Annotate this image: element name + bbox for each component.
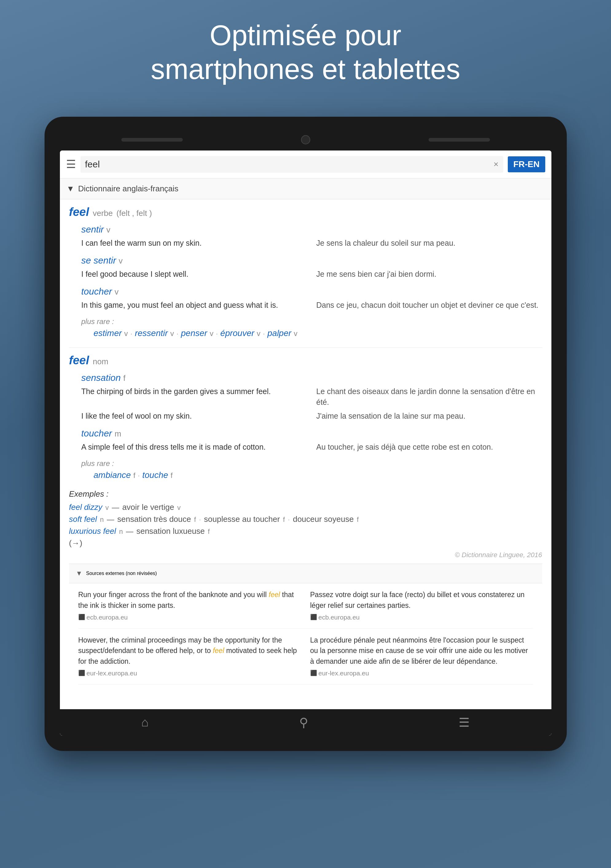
- compound-feel-dizzy: feel dizzy v — avoir le vertige v: [69, 502, 542, 512]
- comp-soft-feel-trans3: douceur soyeuse: [293, 515, 354, 524]
- syn-ressentir-pos: v: [170, 329, 174, 338]
- source-link-text-fr-1: ecb.europa.eu: [319, 612, 360, 622]
- comp-feel-dizzy-dash: —: [112, 503, 119, 512]
- ext-sources-header[interactable]: ▼ Sources externes (non révisées): [69, 564, 542, 583]
- dict-section-header[interactable]: ▼ Dictionnaire anglais-français: [60, 178, 551, 199]
- source-fr-text-1: Passez votre doigt sur la face (recto) d…: [310, 591, 525, 609]
- source-link-en-1[interactable]: ⬛ ecb.europa.eu: [78, 612, 301, 622]
- headword-line-verb: feel verbe (felt , felt ): [69, 206, 542, 219]
- nav-home-icon[interactable]: ⌂: [141, 715, 149, 729]
- comp-soft-feel-gender1: f: [194, 516, 196, 524]
- ext-sources-triangle[interactable]: ▼: [76, 569, 83, 577]
- comp-feel-dizzy-trans-pos: v: [177, 504, 181, 512]
- dot5: ·: [138, 471, 140, 480]
- example-en-sensation-1: The chirping of birds in the garden give…: [81, 386, 307, 408]
- nav-bookmarks-icon[interactable]: ☰: [459, 715, 470, 730]
- entry-separator: [69, 347, 542, 348]
- ext-sources-content: Run your finger across the front of the …: [69, 583, 542, 697]
- source-link-en-2[interactable]: ⬛ eur-lex.europa.eu: [78, 668, 301, 678]
- speaker-left: [121, 138, 183, 142]
- language-badge[interactable]: FR-EN: [508, 157, 545, 172]
- example-fr-toucher-m: Au toucher, je sais déjà que cette robe …: [316, 442, 542, 453]
- clear-icon[interactable]: ×: [494, 160, 499, 169]
- syn-palper[interactable]: palper: [268, 329, 292, 338]
- trans-group-toucher-v: toucher v In this game, you must feel an…: [81, 286, 542, 310]
- syn-ambiance[interactable]: ambiance: [94, 470, 131, 480]
- collapse-icon[interactable]: ▼: [67, 184, 74, 194]
- example-en-sentir: I can feel the warm sun on my skin.: [81, 238, 307, 248]
- comp-feel-dizzy-word[interactable]: feel dizzy: [69, 502, 102, 512]
- dot4: ·: [263, 329, 265, 338]
- source-link-text-fr-2: eur-lex.europa.eu: [319, 668, 369, 678]
- dict-section-label: Dictionnaire anglais-français: [78, 184, 178, 194]
- bottom-nav: ⌂ ⚲ ☰: [60, 709, 551, 736]
- pos-verb: verbe: [93, 209, 113, 218]
- trans-word-sentir: sentir v: [81, 224, 542, 235]
- source-link-fr-icon-2: ⬛: [310, 669, 317, 677]
- syn-ressentir[interactable]: ressentir: [135, 329, 168, 338]
- syn-eprouver[interactable]: éprouver: [220, 329, 254, 338]
- trans-pos-toucher-v: v: [115, 287, 119, 296]
- source-col-fr-1: Passez votre doigt sur la face (recto) d…: [310, 589, 533, 622]
- dict-content: feel verbe (felt , felt ) sentir v I can…: [60, 199, 551, 703]
- syn-palper-pos: v: [294, 329, 297, 338]
- syn-eprouver-pos: v: [257, 329, 261, 338]
- plus-rare-verb-group: plus rare : estimer v · ressentir v · pe…: [81, 317, 542, 338]
- synonyms-verb-line: estimer v · ressentir v · penser v · épr…: [94, 329, 542, 338]
- example-fr-sensation-1: Le chant des oiseaux dans le jardin donn…: [316, 386, 542, 408]
- trans-group-se-sentir: se sentir v I feel good because I slept …: [81, 255, 542, 279]
- source-col-en-2: However, the criminal proceedings may be…: [78, 635, 301, 678]
- trans-pos-se-sentir: v: [119, 256, 123, 265]
- comp-feel-dizzy-pos: v: [105, 504, 109, 512]
- comp-luxurious-word[interactable]: luxurious feel: [69, 527, 116, 536]
- source-link-text-en-2: eur-lex.europa.eu: [87, 668, 137, 678]
- trans-group-sentir: sentir v I can feel the warm sun on my s…: [81, 224, 542, 248]
- source-col-en-1: Run your finger across the front of the …: [78, 589, 301, 622]
- trans-group-sensation: sensation f The chirping of birds in the…: [81, 373, 542, 422]
- source-link-fr-1[interactable]: ⬛ ecb.europa.eu: [310, 612, 533, 622]
- conjugation-verb: (felt , felt ): [116, 209, 152, 218]
- search-input-wrapper[interactable]: feel ×: [81, 156, 503, 173]
- comp-more-indicator[interactable]: (→): [69, 538, 82, 548]
- trans-group-toucher-m: toucher m A simple feel of this dress te…: [81, 428, 542, 453]
- comp-luxurious-pos: n: [119, 528, 123, 536]
- example-row-sensation-2: I like the feel of wool on my skin. J'ai…: [81, 411, 542, 422]
- dot2: ·: [176, 329, 178, 338]
- copyright-line: © Dictionnaire Linguee, 2016: [69, 551, 542, 559]
- tablet-device: ☰ feel × FR-EN ▼ Dictionnaire anglais-fr…: [45, 117, 567, 751]
- nav-search-icon[interactable]: ⚲: [299, 715, 308, 730]
- compound-luxurious-feel: luxurious feel n — sensation luxueuse f: [69, 527, 542, 536]
- syn-touche[interactable]: touche: [142, 470, 168, 480]
- headword-line-noun: feel nom: [69, 354, 542, 367]
- dot1: ·: [130, 329, 132, 338]
- plus-rare-noun-group: plus rare : ambiance f · touche f: [81, 459, 542, 480]
- example-fr-se-sentir: Je me sens bien car j'ai bien dormi.: [316, 269, 542, 279]
- example-en-sensation-2: I like the feel of wool on my skin.: [81, 411, 307, 422]
- dot3: ·: [216, 329, 218, 338]
- search-input[interactable]: feel: [85, 159, 491, 169]
- example-en-se-sentir: I feel good because I slept well.: [81, 269, 307, 279]
- plus-rare-noun-label: plus rare :: [81, 459, 542, 468]
- trans-word-toucher-v: toucher v: [81, 286, 542, 297]
- menu-icon[interactable]: ☰: [66, 158, 76, 171]
- example-row-sentir: I can feel the warm sun on my skin. Je s…: [81, 238, 542, 248]
- plus-rare-verb-label: plus rare :: [81, 317, 542, 326]
- headword-verb: feel: [69, 206, 89, 219]
- comp-soft-feel-gender2: f: [283, 516, 285, 524]
- syn-estimer[interactable]: estimer: [94, 329, 122, 338]
- syn-ambiance-pos: f: [133, 471, 135, 480]
- source-link-fr-2[interactable]: ⬛ eur-lex.europa.eu: [310, 668, 533, 678]
- comp-soft-feel-pos: n: [100, 516, 104, 524]
- source-en-highlight-1: feel: [269, 591, 280, 598]
- entry-noun: feel nom sensation f The chirping of bir…: [69, 354, 542, 480]
- source-link-fr-icon-1: ⬛: [310, 613, 317, 622]
- header-subtitle: smartphones et tablettes: [0, 52, 611, 86]
- source-col-fr-2: La procédure pénale peut néanmoins être …: [310, 635, 533, 678]
- example-fr-sensation-2: J'aime la sensation de la laine sur ma p…: [316, 411, 542, 422]
- syn-penser[interactable]: penser: [181, 329, 207, 338]
- comp-feel-dizzy-trans: avoir le vertige: [122, 502, 174, 512]
- source-en-highlight-2: feel: [213, 646, 224, 654]
- comp-soft-feel-word[interactable]: soft feel: [69, 515, 97, 524]
- trans-pos-toucher-m: m: [115, 429, 121, 438]
- search-bar: ☰ feel × FR-EN: [60, 150, 551, 178]
